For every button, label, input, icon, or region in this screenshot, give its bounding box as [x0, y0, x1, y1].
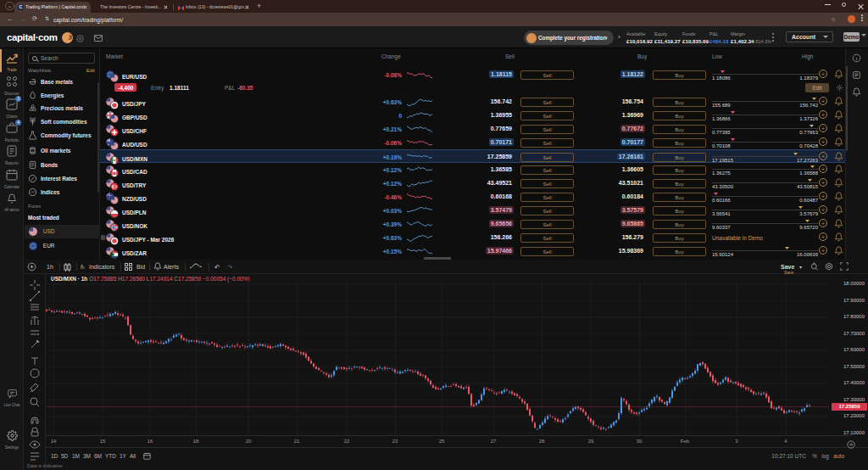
svg-text:C: C — [19, 4, 23, 9]
